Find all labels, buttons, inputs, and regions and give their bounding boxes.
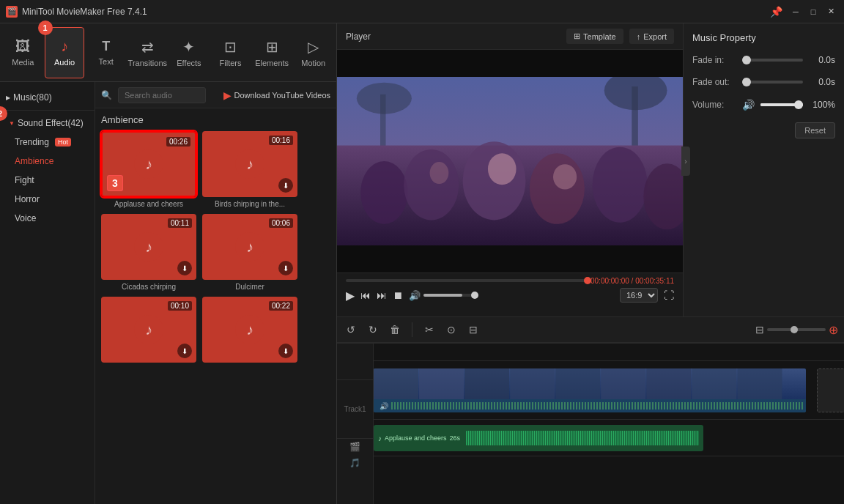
titlebar: 🎬 MiniTool MovieMaker Free 7.4.1 📌 ─ □ ✕ xyxy=(0,0,844,23)
sidebar-item-horror[interactable]: Horror xyxy=(0,190,95,209)
fade-in-slider[interactable] xyxy=(742,59,803,62)
download-btn-6[interactable]: ⬇ xyxy=(278,344,293,358)
player-title: Player xyxy=(346,32,371,42)
duration-4: 00:06 xyxy=(269,218,293,228)
tool-transitions[interactable]: ⇄ Transitions xyxy=(127,27,168,78)
toolbar: 🖼 Media 1 ♪ Audio T Text ⇄ Transitions ✦… xyxy=(0,23,336,82)
empty-track-row xyxy=(374,344,844,361)
time-display: 00:00:00:00 / 00:00:35:11 xyxy=(591,277,674,285)
placeholder-clip-1[interactable]: ⬇ xyxy=(817,368,844,412)
volume-fill xyxy=(423,294,462,297)
search-bar: 🔍 ▶ Download YouTube Videos xyxy=(95,82,336,108)
close-button[interactable]: ✕ xyxy=(823,4,838,19)
tool-filters[interactable]: ⊡ Filters xyxy=(210,27,251,78)
zoom-in-icon[interactable]: ⊕ xyxy=(829,323,838,337)
sidebar-item-voice[interactable]: Voice xyxy=(0,209,95,228)
pin-icon: 📌 xyxy=(770,6,782,18)
download-btn-2[interactable]: ⬇ xyxy=(278,178,293,193)
redo-button[interactable]: ↻ xyxy=(365,322,381,338)
music-properties-panel: Music Property Fade in: 0.0s Fade out: 0… xyxy=(683,23,844,316)
reset-button[interactable]: Reset xyxy=(795,122,835,138)
sidebar-item-music[interactable]: ▶ Music(80) xyxy=(0,88,95,107)
sound-thumb-4: ♪ 00:06 ⬇ xyxy=(202,214,297,280)
player-props: Player ⊞ Template ↑ Export xyxy=(337,23,844,316)
delete-button[interactable]: 🗑 xyxy=(387,322,403,338)
progress-bar[interactable] xyxy=(346,279,588,282)
search-input[interactable] xyxy=(118,87,206,103)
sound-effects-grid: Ambience ♪ 00:26 3 Applause and che xyxy=(95,108,336,504)
tool-audio[interactable]: 1 ♪ Audio xyxy=(45,27,85,78)
expand-panel-button[interactable]: › xyxy=(681,147,690,176)
template-button[interactable]: ⊞ Template xyxy=(566,29,623,44)
separator-1 xyxy=(412,322,412,337)
left-panel: 🖼 Media 1 ♪ Audio T Text ⇄ Transitions ✦… xyxy=(0,23,337,504)
zoom-controls: ⊟ ⊕ xyxy=(755,323,838,337)
tool-motion[interactable]: ▷ Motion xyxy=(293,27,333,78)
zoom-slider[interactable] xyxy=(767,328,826,331)
volume-icon[interactable]: 🔊 xyxy=(409,290,421,301)
download-btn-3[interactable]: ⬇ xyxy=(177,261,192,275)
track1-label: Track1 xyxy=(337,380,373,439)
search-icon: 🔍 xyxy=(101,90,112,100)
skip-forward-button[interactable]: ⏭ xyxy=(377,289,387,301)
minimize-button[interactable]: ─ xyxy=(788,4,803,19)
sound-card-4[interactable]: ♪ 00:06 ⬇ Dulcimer xyxy=(202,214,297,291)
sound-name-4: Dulcimer xyxy=(202,283,297,291)
crop-button[interactable]: ⊟ xyxy=(465,322,481,338)
music-disc-icon-1: ♪ xyxy=(134,149,163,179)
svg-rect-22 xyxy=(601,368,645,399)
track-label-empty xyxy=(337,344,373,380)
stop-button[interactable]: ⏹ xyxy=(393,289,403,301)
play-button[interactable]: ▶ xyxy=(346,289,355,303)
music-collapse-icon: ▶ xyxy=(6,94,10,101)
download-btn-4[interactable]: ⬇ xyxy=(278,261,293,275)
tool-text[interactable]: T Text xyxy=(86,27,126,78)
skip-back-button[interactable]: ⏮ xyxy=(360,289,371,301)
tracks-content[interactable]: 🔊 ⬇ ↔ ↔ xyxy=(374,344,844,504)
cut-button[interactable]: ✂ xyxy=(421,322,437,338)
sidebar-item-ambience[interactable]: Ambience xyxy=(0,152,95,171)
video-area: › xyxy=(337,50,683,273)
volume-prop-slider[interactable] xyxy=(760,103,803,106)
sound-card-3[interactable]: ♪ 00:11 ⬇ Cicadas chirping xyxy=(101,214,196,291)
tool-media[interactable]: 🖼 Media xyxy=(3,27,43,78)
duration-5: 00:10 xyxy=(168,301,192,311)
svg-point-10 xyxy=(593,147,648,223)
bottom-controls-bar: ↺ ↻ 🗑 ✂ ⊙ ⊟ ⊟ ⊕ xyxy=(337,316,844,343)
sidebar-item-trending[interactable]: Trending Hot xyxy=(0,133,95,152)
aspect-ratio-select[interactable]: 16:9 xyxy=(620,288,658,303)
sound-card-6[interactable]: ♪ 00:22 ⬇ xyxy=(202,297,297,363)
tool-elements[interactable]: ⊞ Elements xyxy=(252,27,292,78)
audio-clip-duration: 26s xyxy=(450,434,461,442)
sidebar-item-sound-effects[interactable]: 2 ▼ Sound Effect(42) xyxy=(0,114,95,133)
sound-card-2[interactable]: ♪ 00:16 ⬇ Birds chirping in the... xyxy=(202,131,297,208)
speed-button[interactable]: ⊙ xyxy=(443,322,459,338)
sound-card-5[interactable]: ♪ 00:10 ⬇ xyxy=(101,297,196,363)
download-btn-5[interactable]: ⬇ xyxy=(177,344,192,358)
audio-wave-mini xyxy=(391,402,803,410)
sound-card-1[interactable]: ♪ 00:26 3 Applause and cheers xyxy=(101,131,196,208)
timeline-scissors-icon: ✂ xyxy=(352,343,358,344)
fullscreen-button[interactable]: ⛶ xyxy=(664,289,674,301)
elements-icon: ⊞ xyxy=(266,38,278,56)
track-audio-icons-row: 🎵 xyxy=(337,455,373,471)
maximize-button[interactable]: □ xyxy=(806,4,821,19)
tool-effects[interactable]: ✦ Effects xyxy=(169,27,210,78)
sidebar-item-fight[interactable]: Fight xyxy=(0,171,95,190)
add-overlay-icon: 3 xyxy=(107,175,123,191)
volume-slider[interactable] xyxy=(423,294,475,297)
music-disc-icon-5: ♪ xyxy=(134,315,163,344)
undo-button[interactable]: ↺ xyxy=(343,322,359,338)
audio-clip[interactable]: ♪ Applause and cheers 26s xyxy=(374,425,703,451)
zoom-out-icon[interactable]: ⊟ xyxy=(755,324,764,336)
effects-icon: ✦ xyxy=(182,38,195,56)
video-clip[interactable]: 🔊 xyxy=(374,368,806,412)
speaker-icon: 🔊 xyxy=(377,402,391,410)
export-button[interactable]: ↑ Export xyxy=(629,29,674,44)
volume-label: Volume: xyxy=(692,100,736,110)
fade-out-slider[interactable] xyxy=(742,81,803,84)
download-youtube-btn[interactable]: ▶ Download YouTube Videos xyxy=(223,89,331,101)
motion-icon: ▷ xyxy=(308,38,319,56)
annotation-3: 3 xyxy=(108,176,122,190)
sound-name-2: Birds chirping in the... xyxy=(202,200,297,208)
